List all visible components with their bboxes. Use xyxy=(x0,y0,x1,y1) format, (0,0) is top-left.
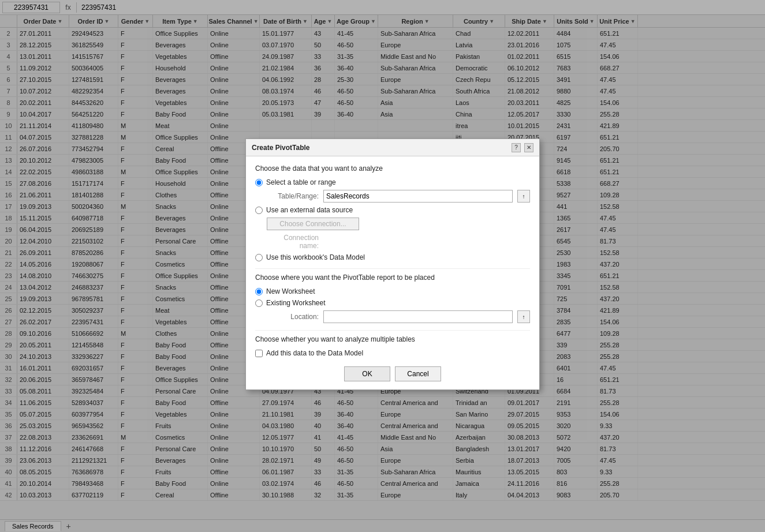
radio-external-data-source[interactable]: Use an external data source xyxy=(255,206,530,214)
checkbox-data-model-input[interactable] xyxy=(255,350,263,357)
section2-label: Choose where you want the PivotTable rep… xyxy=(255,274,530,282)
radio-new-worksheet-input[interactable] xyxy=(255,288,263,295)
checkbox-data-model-label: Add this data to the Data Model xyxy=(266,349,363,357)
section3-divider xyxy=(255,330,530,331)
checkbox-data-model-row[interactable]: Add this data to the Data Model xyxy=(255,349,530,357)
section2-divider xyxy=(255,268,530,269)
choose-connection-button[interactable]: Choose Connection... xyxy=(267,218,359,230)
create-pivot-table-dialog: Create PivotTable ? ✕ Choose the data th… xyxy=(245,138,540,390)
location-input[interactable] xyxy=(323,310,513,323)
radio-select-table-label: Select a table or range xyxy=(266,178,336,186)
radio-existing-worksheet[interactable]: Existing Worksheet xyxy=(255,299,530,307)
radio-select-table-or-range[interactable]: Select a table or range xyxy=(255,178,530,186)
radio-data-model-label: Use this workbook's Data Model xyxy=(266,253,365,261)
table-range-input[interactable] xyxy=(323,190,513,203)
table-range-expand-button[interactable]: ↑ xyxy=(517,190,530,203)
ok-button[interactable]: OK xyxy=(344,366,390,381)
section1-label: Choose the data that you want to analyze xyxy=(255,164,530,173)
radio-external-input[interactable] xyxy=(255,207,263,214)
connection-name-row: Connection name: xyxy=(267,234,530,250)
help-button[interactable]: ? xyxy=(512,143,521,152)
radio-external-label: Use an external data source xyxy=(266,206,353,214)
choose-connection-row: Choose Connection... xyxy=(267,218,530,230)
modal-controls: ? ✕ xyxy=(512,143,533,152)
location-expand-button[interactable]: ↑ xyxy=(517,310,530,323)
connection-name-label: Connection name: xyxy=(267,234,319,250)
table-range-row: Table/Range: ↑ xyxy=(267,190,530,203)
radio-existing-worksheet-label: Existing Worksheet xyxy=(266,299,326,307)
footer-buttons: OK Cancel xyxy=(255,366,530,381)
modal-title: Create PivotTable xyxy=(252,144,309,152)
modal-body: Choose the data that you want to analyze… xyxy=(246,156,539,389)
modal-title-bar: Create PivotTable ? ✕ xyxy=(246,139,539,156)
cancel-button[interactable]: Cancel xyxy=(395,366,441,381)
radio-existing-worksheet-input[interactable] xyxy=(255,299,263,307)
radio-data-model[interactable]: Use this workbook's Data Model xyxy=(255,253,530,261)
location-row: Location: ↑ xyxy=(267,310,530,323)
section3-label: Choose whether you want to analyze multi… xyxy=(255,335,530,343)
radio-data-model-input[interactable] xyxy=(255,254,263,261)
table-range-label: Table/Range: xyxy=(267,192,319,200)
radio-new-worksheet[interactable]: New Worksheet xyxy=(255,287,530,295)
close-button[interactable]: ✕ xyxy=(524,143,533,152)
location-label: Location: xyxy=(267,313,319,321)
radio-select-table-input[interactable] xyxy=(255,179,263,186)
radio-new-worksheet-label: New Worksheet xyxy=(266,287,315,295)
